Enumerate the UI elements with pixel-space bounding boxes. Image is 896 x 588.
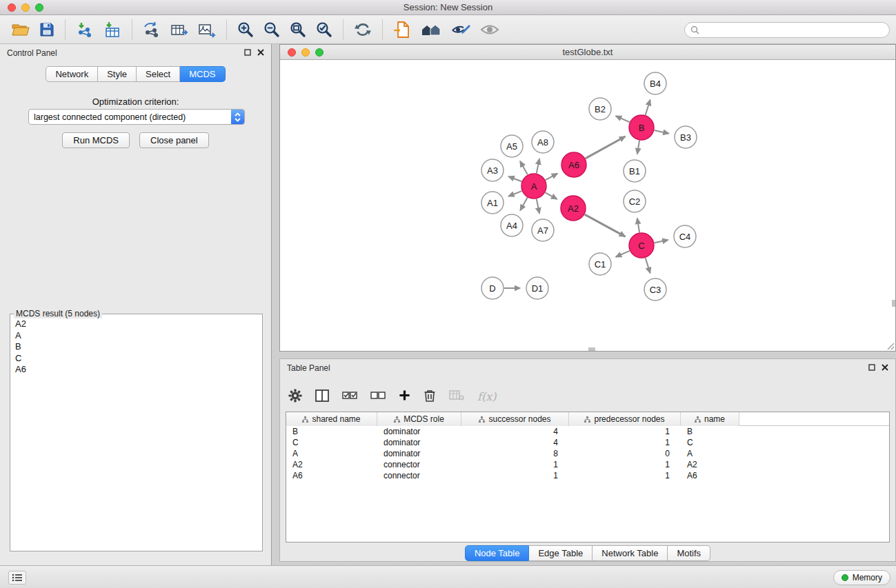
table-settings-button[interactable] [288,389,302,405]
delete-column-button[interactable] [424,389,436,405]
table-row[interactable]: Cdominator41C [286,437,889,448]
tab-motifs[interactable]: Motifs [668,545,710,561]
graph-edge[interactable] [546,192,557,199]
export-image-button[interactable] [193,17,221,43]
graph-node-B[interactable]: B [629,115,654,140]
tab-network[interactable]: Network [46,66,98,82]
graph-edge[interactable] [637,219,639,233]
table-cell[interactable]: A6 [681,470,739,481]
graph-edge[interactable] [616,251,630,257]
memory-button[interactable]: Memory [833,570,890,585]
graph-edge[interactable] [616,116,630,122]
network-window-titlebar[interactable]: testGlobe.txt [280,45,895,60]
table-cell[interactable]: 4 [461,426,569,437]
graph-edge[interactable] [586,136,626,159]
table-cell[interactable]: dominator [377,437,461,448]
column-header-name[interactable]: name [681,412,739,426]
tab-node-table[interactable]: Node Table [465,545,530,561]
mcds-result-item[interactable]: B [12,341,261,353]
zoom-network-window-button[interactable] [315,48,323,57]
save-session-button[interactable] [34,17,59,43]
table-cell[interactable]: C [681,437,739,448]
column-header-mcds-role[interactable]: MCDS role [377,412,461,426]
graph-node-A2[interactable]: A2 [561,196,586,221]
table-cell[interactable]: A [681,448,739,459]
table-row[interactable]: A2connector11A2 [286,459,889,470]
graph-edge[interactable] [655,130,669,134]
graph-node-C1[interactable]: C1 [589,253,611,275]
tab-mcds[interactable]: MCDS [180,66,225,82]
table-cell[interactable]: 1 [569,437,681,448]
graph-edge[interactable] [520,198,527,211]
criterion-dropdown[interactable]: largest connected component (directed) [28,109,245,125]
mcds-result-item[interactable]: A2 [12,318,261,330]
graph-edge[interactable] [646,100,650,115]
table-cell[interactable]: connector [377,459,461,470]
mcds-result-item[interactable]: A [12,330,261,342]
minimize-window-button[interactable] [21,3,30,12]
mcds-result-item[interactable]: C [12,353,261,365]
graph-node-B3[interactable]: B3 [675,126,697,148]
table-cell[interactable]: 1 [461,470,569,481]
column-header-shared-name[interactable]: shared name [286,412,377,426]
graph-node-C4[interactable]: C4 [674,225,696,247]
graph-edge[interactable] [537,159,539,173]
table-cell[interactable]: B [286,426,377,437]
table-cell[interactable]: dominator [377,426,461,437]
table-cell[interactable]: 1 [461,459,569,470]
dropdown-stepper[interactable] [231,109,244,125]
table-cell[interactable]: A [286,448,377,459]
mcds-result-item[interactable]: A6 [12,364,261,376]
table-row[interactable]: Bdominator41B [286,426,889,437]
graph-edge[interactable] [520,161,528,174]
graph-node-A5[interactable]: A5 [501,135,523,157]
table-cell[interactable]: A6 [286,470,377,481]
select-all-button[interactable] [342,392,357,402]
tab-style[interactable]: Style [98,66,137,82]
graph-edge[interactable] [508,176,521,181]
table-cell[interactable]: A2 [681,459,739,470]
show-hide-button[interactable] [475,17,504,43]
open-session-button[interactable] [7,17,34,43]
table-cell[interactable]: 4 [461,437,569,448]
delete-table-button[interactable] [449,390,464,403]
graph-node-B2[interactable]: B2 [589,98,611,120]
export-table-button[interactable] [166,17,193,43]
zoom-in-button[interactable] [232,17,259,43]
graph-node-B4[interactable]: B4 [644,72,666,94]
column-header-predecessor-nodes[interactable]: predecessor nodes [569,412,681,426]
graph-node-C[interactable]: C [629,233,654,258]
column-header-successor-nodes[interactable]: successor nodes [461,412,569,426]
add-column-button[interactable] [399,389,410,403]
network-canvas[interactable]: B4B2BB3A5A8A6B1A3AC2A1A2A4A7C4C1CC3DD1 [280,60,895,351]
open-document-button[interactable] [388,17,416,43]
table-row[interactable]: Adominator80A [286,448,889,459]
run-mcds-button[interactable]: Run MCDS [62,132,130,148]
vertical-scroll-indicator[interactable] [892,300,895,307]
graph-node-D1[interactable]: D1 [526,277,548,299]
tab-edge-table[interactable]: Edge Table [529,545,593,561]
table-cell[interactable]: 8 [461,448,569,459]
graph-edge[interactable] [655,240,668,243]
graph-node-A6[interactable]: A6 [561,152,586,177]
graph-node-A[interactable]: A [521,174,546,199]
close-window-button[interactable] [8,3,16,12]
tab-network-table[interactable]: Network Table [593,545,668,561]
minimize-network-window-button[interactable] [301,48,310,57]
table-cell[interactable]: B [681,426,739,437]
function-builder-button[interactable]: f(x) [477,390,496,403]
show-columns-button[interactable] [315,389,329,404]
table-cell[interactable]: 1 [569,459,681,470]
graph-node-A7[interactable]: A7 [532,219,554,241]
graph-node-C2[interactable]: C2 [624,190,646,212]
float-table-panel-icon[interactable] [868,364,875,371]
graph-edge[interactable] [537,199,539,214]
import-network-from-file-button[interactable] [71,17,99,43]
search-input[interactable] [703,23,889,37]
search-box[interactable] [684,22,890,38]
table-cell[interactable]: connector [377,470,461,481]
horizontal-scroll-indicator[interactable] [588,347,595,351]
close-table-panel-icon[interactable] [882,364,888,371]
graph-node-D[interactable]: D [481,277,504,299]
graph-edge[interactable] [546,174,557,180]
